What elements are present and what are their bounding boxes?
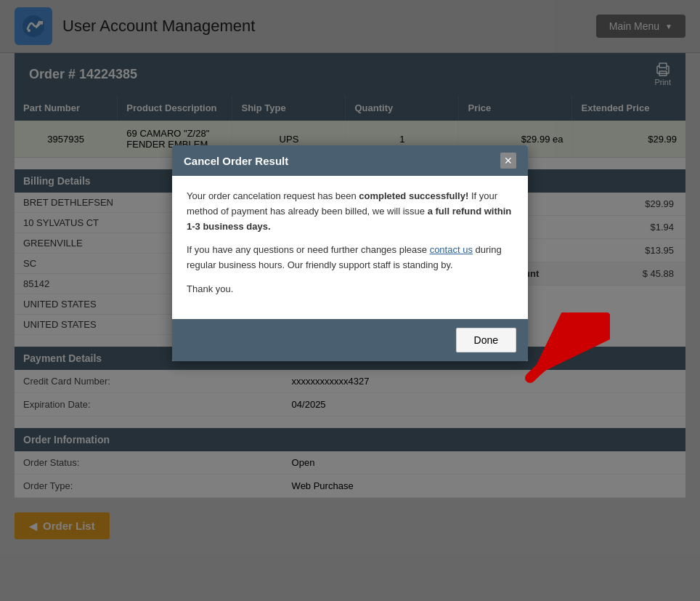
modal-paragraph-3: Thank you. <box>187 282 513 297</box>
cancel-order-modal: Cancel Order Result ✕ Your order cancela… <box>172 145 528 361</box>
done-button[interactable]: Done <box>456 328 516 352</box>
modal-body: Your order cancelation request has been … <box>172 176 528 319</box>
modal-bold-2: a full refund within 1-3 business days. <box>187 206 511 232</box>
modal-bold-1: completed successfully! <box>359 190 468 201</box>
modal-paragraph-1: Your order cancelation request has been … <box>187 189 513 234</box>
modal-paragraph-2: If you have any questions or need furthe… <box>187 243 513 273</box>
modal-close-button[interactable]: ✕ <box>500 153 516 169</box>
close-icon: ✕ <box>504 155 513 166</box>
modal-title: Cancel Order Result <box>184 155 288 167</box>
contact-us-link[interactable]: contact us <box>430 244 473 255</box>
modal-overlay: Cancel Order Result ✕ Your order cancela… <box>0 0 700 601</box>
done-label: Done <box>474 334 498 346</box>
modal-header: Cancel Order Result ✕ <box>172 145 528 176</box>
modal-footer: Done <box>172 319 528 361</box>
